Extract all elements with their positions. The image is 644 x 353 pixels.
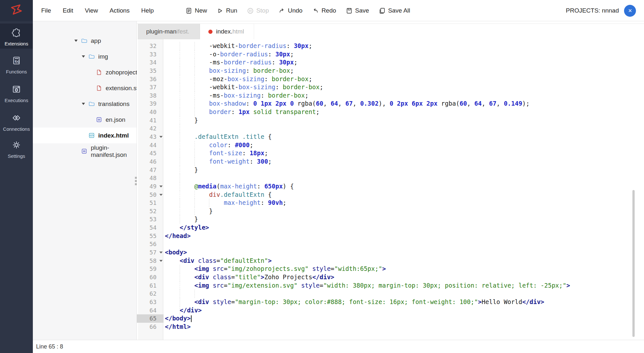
code-line-text[interactable]: border: 1px solid transparent; xyxy=(164,108,320,116)
code-line-text[interactable]: -ms-box-sizing: border-box; xyxy=(164,91,308,100)
code-line-text[interactable]: <div class="defaultExtn"> xyxy=(164,257,272,265)
editor-scrollbar[interactable] xyxy=(632,190,635,337)
sidebar-item-connections[interactable]: Connections xyxy=(0,109,33,134)
code-line-49[interactable]: 49 @media(max-height: 650px) { xyxy=(137,182,644,191)
sidebar-item-executions[interactable]: Executions xyxy=(0,80,33,105)
code-line-text[interactable]: @media(max-height: 650px) { xyxy=(164,182,294,191)
code-line-60[interactable]: 60 <div class="title">Zoho Projects</div… xyxy=(137,273,644,281)
code-line-45[interactable]: 45 font-size: 18px; xyxy=(137,149,644,157)
code-line-text[interactable]: </html> xyxy=(164,323,191,331)
code-line-text[interactable] xyxy=(164,174,165,182)
code-line-56[interactable]: 56 xyxy=(137,240,644,248)
fold-caret-icon[interactable] xyxy=(159,260,163,262)
fold-caret-icon[interactable] xyxy=(159,252,163,253)
code-area[interactable]: 32 -webkit-border-radius: 30px;33 -o-bor… xyxy=(137,39,644,340)
code-line-40[interactable]: 40 border: 1px solid transparent; xyxy=(137,108,644,116)
line-number-gutter[interactable]: 60 xyxy=(137,273,164,281)
code-line-text[interactable] xyxy=(164,290,165,298)
code-line-55[interactable]: 55</head> xyxy=(137,232,644,240)
close-project-button[interactable] xyxy=(624,5,636,17)
sidebar-item-functions[interactable]: f(x)Functions xyxy=(0,52,33,77)
line-number-gutter[interactable]: 35 xyxy=(137,67,164,75)
menu-help[interactable]: Help xyxy=(141,7,154,14)
code-line-43[interactable]: 43 .defaultExtn .title { xyxy=(137,133,644,141)
sidebar-item-settings[interactable]: Settings xyxy=(0,136,33,161)
line-number-gutter[interactable]: 41 xyxy=(137,116,164,125)
tree-item-zohoprojects.svg[interactable]: zohoprojects.svg xyxy=(33,64,137,80)
code-line-63[interactable]: 63 <div style="margin-top: 30px; color:#… xyxy=(137,298,644,306)
code-line-38[interactable]: 38 -ms-box-sizing: border-box; xyxy=(137,91,644,100)
tree-item-en.json[interactable]: en.json xyxy=(33,112,137,128)
code-line-58[interactable]: 58 <div class="defaultExtn"> xyxy=(137,257,644,265)
code-line-text[interactable]: </style> xyxy=(164,224,209,232)
expand-caret-icon[interactable] xyxy=(82,55,88,58)
code-line-50[interactable]: 50 div.defaultExtn { xyxy=(137,191,644,199)
line-number-gutter[interactable]: 36 xyxy=(137,75,164,83)
code-line-59[interactable]: 59 <img src="img/zohoprojects.svg" style… xyxy=(137,265,644,273)
line-number-gutter[interactable]: 59 xyxy=(137,265,164,273)
line-number-gutter[interactable]: 42 xyxy=(137,124,164,133)
code-line-61[interactable]: 61 <img src="img/extension.svg" style="w… xyxy=(137,281,644,290)
code-line-text[interactable]: <body> xyxy=(164,248,187,257)
app-logo[interactable] xyxy=(0,0,33,21)
line-number-gutter[interactable]: 40 xyxy=(137,108,164,116)
expand-caret-icon[interactable] xyxy=(74,40,81,42)
code-line-35[interactable]: 35 box-sizing: border-box; xyxy=(137,67,644,75)
code-line-34[interactable]: 34 -ms-border-radius: 30px; xyxy=(137,58,644,67)
code-line-51[interactable]: 51 max-height: 90vh; xyxy=(137,199,644,207)
code-line-62[interactable]: 62 xyxy=(137,290,644,298)
code-line-text[interactable]: </head> xyxy=(164,232,191,240)
code-line-text[interactable]: font-weight: 300; xyxy=(164,157,272,166)
code-line-32[interactable]: 32 -webkit-border-radius: 30px; xyxy=(137,42,644,50)
code-line-53[interactable]: 53 } xyxy=(137,215,644,224)
line-number-gutter[interactable]: 63 xyxy=(137,298,164,306)
line-number-gutter[interactable]: 46 xyxy=(137,157,164,166)
code-line-57[interactable]: 57<body> xyxy=(137,248,644,257)
code-line-text[interactable]: <img src="img/zohoprojects.svg" style="w… xyxy=(164,265,386,273)
save-button[interactable]: Save xyxy=(346,7,369,14)
line-number-gutter[interactable]: 57 xyxy=(137,248,164,257)
fold-caret-icon[interactable] xyxy=(159,194,163,196)
code-line-text[interactable]: } xyxy=(164,116,198,125)
line-number-gutter[interactable]: 47 xyxy=(137,166,164,174)
line-number-gutter[interactable]: 55 xyxy=(137,232,164,240)
save-all-button[interactable]: Save All xyxy=(379,7,410,14)
tab-plugin-manifest.[interactable]: plugin-manifest. xyxy=(138,24,200,39)
line-number-gutter[interactable]: 66 xyxy=(137,323,164,331)
code-line-text[interactable]: } xyxy=(164,215,198,224)
code-line-text[interactable]: div.defaultExtn { xyxy=(164,191,272,199)
panel-splitter-handle[interactable] xyxy=(135,177,137,186)
line-number-gutter[interactable]: 37 xyxy=(137,83,164,91)
code-line-text[interactable] xyxy=(164,240,165,248)
tree-item-img[interactable]: img xyxy=(33,49,137,64)
code-line-text[interactable]: font-size: 18px; xyxy=(164,149,268,157)
fold-caret-icon[interactable] xyxy=(159,186,163,187)
undo-button[interactable]: Undo xyxy=(279,7,302,14)
code-line-64[interactable]: 64 </div> xyxy=(137,306,644,315)
code-line-text[interactable]: -webkit-border-radius: 30px; xyxy=(164,42,312,50)
line-number-gutter[interactable]: 49 xyxy=(137,182,164,191)
code-line-text[interactable]: max-height: 90vh; xyxy=(164,199,287,207)
code-line-54[interactable]: 54 </style> xyxy=(137,224,644,232)
redo-button[interactable]: Redo xyxy=(312,7,336,14)
line-number-gutter[interactable]: 48 xyxy=(137,174,164,182)
expand-caret-icon[interactable] xyxy=(82,103,88,105)
code-line-text[interactable]: -ms-border-radius: 30px; xyxy=(164,58,298,67)
line-number-gutter[interactable]: 44 xyxy=(137,141,164,149)
line-number-gutter[interactable]: 65 xyxy=(137,314,164,323)
run-button[interactable]: Run xyxy=(217,7,237,14)
code-line-39[interactable]: 39 box-shadow: 0 1px 2px 0 rgba(60, 64, … xyxy=(137,100,644,108)
line-number-gutter[interactable]: 38 xyxy=(137,91,164,100)
code-line-42[interactable]: 42 xyxy=(137,124,644,133)
tree-item-index.html[interactable]: index.html xyxy=(33,128,137,143)
code-line-text[interactable]: <div class="title">Zoho Projects</div> xyxy=(164,273,334,281)
code-line-text[interactable]: </div> xyxy=(164,306,202,315)
line-number-gutter[interactable]: 58 xyxy=(137,257,164,265)
line-number-gutter[interactable]: 62 xyxy=(137,290,164,298)
code-line-text[interactable] xyxy=(164,124,165,133)
menu-actions[interactable]: Actions xyxy=(109,7,129,14)
line-number-gutter[interactable]: 39 xyxy=(137,100,164,108)
code-line-36[interactable]: 36 -moz-box-sizing: border-box; xyxy=(137,75,644,83)
code-line-text[interactable]: <div style="margin-top: 30px; color:#888… xyxy=(164,298,544,306)
code-line-text[interactable]: } xyxy=(164,207,213,215)
